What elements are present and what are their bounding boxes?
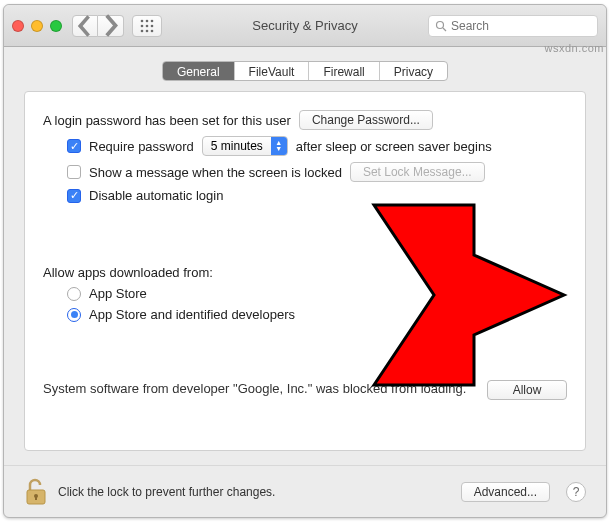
show-message-row: Show a message when the screen is locked… [67, 162, 567, 182]
search-field[interactable] [428, 15, 598, 37]
disable-autologin-checkbox[interactable] [67, 189, 81, 203]
require-password-delay-value: 5 minutes [203, 139, 271, 153]
tab-privacy[interactable]: Privacy [380, 62, 447, 80]
advanced-button[interactable]: Advanced... [461, 482, 550, 502]
lock-open-icon [24, 478, 48, 506]
show-message-label: Show a message when the screen is locked [89, 165, 342, 180]
require-password-label: Require password [89, 139, 194, 154]
general-panel: A login password has been set for this u… [24, 91, 586, 451]
appstore-radio-label: App Store [89, 286, 147, 301]
allow-apps-heading-text: Allow apps downloaded from: [43, 265, 213, 280]
preferences-window: Security & Privacy General FileVault Fir… [3, 4, 607, 518]
tab-filevault[interactable]: FileVault [235, 62, 310, 80]
svg-point-8 [151, 29, 154, 32]
watermark: wsxdn.com [544, 42, 604, 54]
svg-rect-13 [35, 496, 37, 500]
svg-point-3 [141, 24, 144, 27]
svg-line-10 [443, 28, 446, 31]
login-password-text: A login password has been set for this u… [43, 113, 291, 128]
minimize-window-button[interactable] [31, 20, 43, 32]
svg-point-6 [141, 29, 144, 32]
require-password-row: Require password 5 minutes ▲▼ after slee… [67, 136, 567, 156]
svg-point-0 [141, 19, 144, 22]
svg-point-9 [437, 21, 444, 28]
show-all-button[interactable] [132, 15, 162, 37]
tab-firewall[interactable]: Firewall [309, 62, 379, 80]
disable-autologin-row: Disable automatic login [67, 188, 567, 203]
set-lock-message-button[interactable]: Set Lock Message... [350, 162, 485, 182]
footer: Click the lock to prevent further change… [4, 465, 606, 517]
change-password-button[interactable]: Change Password... [299, 110, 433, 130]
appstore-radio[interactable] [67, 287, 81, 301]
show-message-checkbox[interactable] [67, 165, 81, 179]
svg-point-2 [151, 19, 154, 22]
allow-button[interactable]: Allow [487, 380, 567, 400]
svg-point-5 [151, 24, 154, 27]
toolbar: Security & Privacy [4, 5, 606, 47]
identified-radio[interactable] [67, 308, 81, 322]
search-input[interactable] [451, 19, 591, 33]
window-controls [12, 20, 62, 32]
identified-option-row: App Store and identified developers [67, 307, 567, 322]
help-button[interactable]: ? [566, 482, 586, 502]
chevron-left-icon [73, 14, 97, 38]
require-password-delay-select[interactable]: 5 minutes ▲▼ [202, 136, 288, 156]
grid-icon [140, 19, 154, 33]
lock-button[interactable] [24, 478, 48, 506]
tab-segment: General FileVault Firewall Privacy [162, 61, 448, 81]
nav-buttons [72, 15, 124, 37]
require-password-checkbox[interactable] [67, 139, 81, 153]
disable-autologin-label: Disable automatic login [89, 188, 223, 203]
require-password-after-text: after sleep or screen saver begins [296, 139, 492, 154]
tab-general[interactable]: General [163, 62, 235, 80]
back-button[interactable] [72, 15, 98, 37]
lock-text: Click the lock to prevent further change… [58, 485, 275, 499]
appstore-option-row: App Store [67, 286, 567, 301]
close-window-button[interactable] [12, 20, 24, 32]
chevron-right-icon [98, 13, 123, 38]
blocked-software-row: System software from developer "Google, … [43, 380, 567, 400]
svg-point-4 [146, 24, 149, 27]
stepper-arrows-icon: ▲▼ [271, 137, 287, 155]
tab-bar: General FileVault Firewall Privacy [4, 47, 606, 91]
svg-point-1 [146, 19, 149, 22]
login-password-row: A login password has been set for this u… [43, 110, 567, 130]
forward-button[interactable] [98, 15, 124, 37]
zoom-window-button[interactable] [50, 20, 62, 32]
search-icon [435, 20, 447, 32]
allow-apps-heading: Allow apps downloaded from: [43, 265, 567, 280]
identified-radio-label: App Store and identified developers [89, 307, 295, 322]
blocked-software-message: System software from developer "Google, … [43, 380, 475, 398]
svg-point-7 [146, 29, 149, 32]
